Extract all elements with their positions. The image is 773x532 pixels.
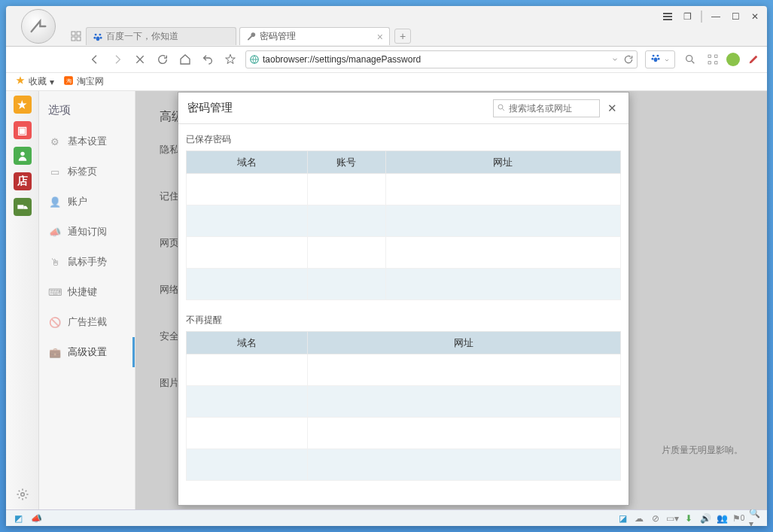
svg-text:淘: 淘 xyxy=(66,78,72,84)
browser-logo[interactable] xyxy=(12,7,65,46)
tab-grid-icon[interactable] xyxy=(69,29,83,43)
sidebar-item-label: 基本设置 xyxy=(68,135,107,148)
window-overlap-icon[interactable]: ❐ xyxy=(678,10,696,23)
block-small-icon[interactable]: ⊘ xyxy=(650,512,662,524)
svg-point-7 xyxy=(100,36,102,38)
table-row[interactable] xyxy=(186,269,620,300)
dialog-close-button[interactable]: ✕ xyxy=(606,102,619,115)
sidebar-item-advanced[interactable]: 💼高级设置 xyxy=(39,337,135,367)
address-bar[interactable] xyxy=(245,50,638,68)
gear-icon: ⚙ xyxy=(48,135,62,148)
svg-rect-0 xyxy=(72,32,75,35)
sidebar-item-basic[interactable]: ⚙基本设置 xyxy=(39,126,135,157)
qr-icon[interactable] xyxy=(705,52,720,67)
strip-star-icon[interactable]: ★ xyxy=(14,96,32,114)
sidebar-item-mouse[interactable]: 🖱鼠标手势 xyxy=(39,247,135,277)
search-button[interactable] xyxy=(683,52,698,67)
chevron-down-icon xyxy=(664,53,670,66)
block-icon: 🚫 xyxy=(48,315,62,329)
sidebar-item-adblock[interactable]: 🚫广告拦截 xyxy=(39,307,135,337)
sidebar-item-label: 快捷键 xyxy=(68,285,97,299)
divider xyxy=(701,11,702,23)
table-row[interactable] xyxy=(186,237,620,269)
sound-icon[interactable]: 🔊 xyxy=(699,512,711,524)
table-row[interactable] xyxy=(186,205,620,237)
table-row[interactable] xyxy=(186,418,620,449)
shield-icon[interactable]: ◪ xyxy=(616,512,628,524)
svg-point-4 xyxy=(95,33,97,35)
tab-baidu[interactable]: 百度一下，你知道 xyxy=(86,27,236,45)
dialog-search[interactable] xyxy=(493,99,600,117)
sidebar-item-notify[interactable]: 📣通知订阅 xyxy=(39,217,135,247)
minimize-button[interactable]: — xyxy=(707,10,725,23)
new-tab-button[interactable]: + xyxy=(394,29,411,44)
strip-shop-icon[interactable]: 店 xyxy=(14,172,32,190)
download-icon[interactable]: ⬇ xyxy=(683,512,695,524)
briefcase-icon: 💼 xyxy=(48,345,62,359)
svg-rect-16 xyxy=(708,55,711,57)
svg-point-15 xyxy=(686,56,692,62)
svg-point-5 xyxy=(99,33,101,35)
bookmarks-label: 收藏 xyxy=(29,75,47,88)
sidebar-item-label: 通知订阅 xyxy=(68,225,107,239)
strip-user-icon[interactable] xyxy=(14,147,32,165)
strip-gear-icon[interactable] xyxy=(14,485,32,503)
table-row[interactable] xyxy=(186,174,620,205)
home-button[interactable] xyxy=(178,52,193,67)
col-domain: 域名 xyxy=(186,151,308,174)
zoom-icon[interactable]: 🔍▾ xyxy=(749,512,761,524)
chevron-down-icon[interactable] xyxy=(610,54,620,65)
strip-app-icon[interactable]: ▣ xyxy=(14,121,32,139)
sidebar-item-tabs[interactable]: ▭标签页 xyxy=(39,157,135,187)
forward-button[interactable] xyxy=(110,52,125,67)
tab-password-manager[interactable]: 密码管理 × xyxy=(239,27,390,45)
stop-button[interactable] xyxy=(132,52,148,67)
megaphone-icon[interactable]: 📣 xyxy=(30,512,42,524)
sidebar-item-label: 广告拦截 xyxy=(68,315,107,329)
svg-point-6 xyxy=(93,36,96,38)
bookmark-taobao[interactable]: 淘 淘宝网 xyxy=(63,75,104,88)
brush-icon[interactable] xyxy=(746,52,761,67)
col-account: 账号 xyxy=(308,151,386,174)
svg-point-14 xyxy=(654,57,658,62)
favorite-button[interactable] xyxy=(223,52,238,67)
account-icon[interactable] xyxy=(726,53,740,66)
people-icon[interactable]: 👥 xyxy=(716,512,728,524)
tab-close-button[interactable]: × xyxy=(377,31,383,43)
left-icon-strip: ★ ▣ 店 xyxy=(6,91,39,509)
svg-rect-17 xyxy=(715,55,717,57)
table-row[interactable] xyxy=(186,386,620,418)
strip-truck-icon[interactable] xyxy=(14,198,32,216)
svg-rect-3 xyxy=(77,37,81,41)
cloud-icon[interactable]: ☁ xyxy=(633,512,645,524)
bookmarks-button[interactable]: 收藏 ▾ xyxy=(15,75,54,88)
sidebar-item-hotkey[interactable]: ⌨快捷键 xyxy=(39,277,135,307)
undo-button[interactable] xyxy=(200,52,215,67)
table-row[interactable] xyxy=(186,449,620,481)
sidebar-title: 选项 xyxy=(39,100,135,126)
window-mode-icon[interactable]: ▭▾ xyxy=(666,512,678,524)
close-window-button[interactable]: ✕ xyxy=(746,10,764,23)
reload-button[interactable] xyxy=(155,52,170,67)
flag-icon[interactable]: ⚑0 xyxy=(732,512,744,524)
back-button[interactable] xyxy=(87,52,102,67)
svg-rect-18 xyxy=(708,62,711,64)
dialog-search-input[interactable] xyxy=(509,103,596,114)
password-dialog: 密码管理 ✕ 已保存密码 域名 账号 网址 xyxy=(178,92,629,506)
table-row[interactable] xyxy=(186,354,620,386)
svg-point-11 xyxy=(656,55,659,57)
bell-icon: 📣 xyxy=(48,225,62,239)
url-input[interactable] xyxy=(263,54,607,65)
nolonger-label: 不再提醒 xyxy=(178,309,628,331)
search-engine-picker[interactable] xyxy=(645,50,675,68)
sidebar-item-label: 高级设置 xyxy=(68,345,107,359)
reload-small-icon[interactable] xyxy=(623,54,634,65)
menu-button[interactable] xyxy=(659,10,677,23)
svg-rect-1 xyxy=(77,32,81,35)
table-header-row: 域名 网址 xyxy=(186,332,620,354)
sidebar-item-account[interactable]: 👤账户 xyxy=(39,187,135,217)
browser-small-icon[interactable]: ◩ xyxy=(12,512,24,524)
status-right: ◪ ☁ ⊘ ▭▾ ⬇ 🔊 👥 ⚑0 🔍▾ xyxy=(616,512,761,524)
maximize-button[interactable]: ☐ xyxy=(726,10,744,23)
taobao-icon: 淘 xyxy=(63,75,74,88)
